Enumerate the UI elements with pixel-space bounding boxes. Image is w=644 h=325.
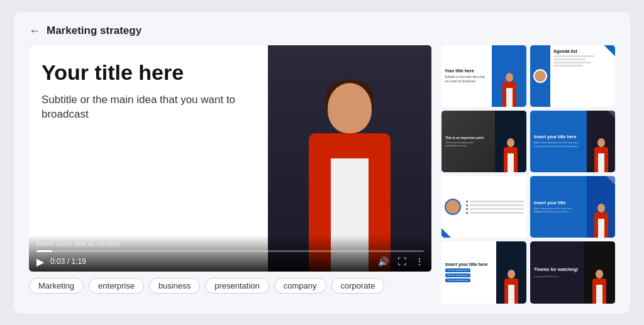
thumb-2-line3 <box>553 62 591 63</box>
tag-enterprise[interactable]: enterprise <box>89 278 144 294</box>
thumb-5-bullet-4 <box>466 212 524 214</box>
thumb-5-bullet-1 <box>466 201 524 202</box>
volume-icon[interactable]: 🔊 <box>378 256 389 267</box>
thumb-7-presenter <box>504 270 518 304</box>
bullet-line-3 <box>470 208 524 210</box>
thumb-7-presenter-area <box>496 241 526 303</box>
controls-right: 🔊 ⛶ ⋮ <box>378 256 424 267</box>
progress-bar-container[interactable] <box>36 250 424 252</box>
thumb-2-line2 <box>553 58 586 60</box>
thumb-8-presenter-area <box>584 241 615 303</box>
progress-bar-fill <box>36 250 52 252</box>
thumb-1-sub: Subtitle or the main idea that you want … <box>445 75 489 83</box>
mini-shirt-8 <box>596 285 602 304</box>
mini-head-7 <box>508 270 515 278</box>
mini-head-6 <box>597 204 605 212</box>
thumb-7-badge-2: This is an important point <box>445 273 470 277</box>
thumb-1-title: Your title here <box>445 69 489 74</box>
thumb-2-title: Agenda list <box>553 49 612 53</box>
thumb-8-sub: www.yourwebsite.com <box>534 275 580 278</box>
thumb-3-text: This is an important pointadditional tex… <box>445 141 491 147</box>
thumbnail-4[interactable]: Insert your title here Add a short descr… <box>530 111 615 172</box>
bullet-dot-1 <box>466 201 468 202</box>
thumbnail-2[interactable]: Agenda list <box>530 45 615 107</box>
bullet-line-2 <box>470 204 524 206</box>
thumb-4-text: Add a short description of the topic her… <box>534 141 583 148</box>
mini-body-4 <box>594 147 608 172</box>
thumb-3-label: This is an important point <box>445 136 491 140</box>
tag-presentation[interactable]: presentation <box>205 278 269 294</box>
mini-head-3 <box>507 138 514 147</box>
thumbnails-grid: Your title here Subtitle or the main ide… <box>441 45 615 304</box>
thumb-6-content: Insert your title Add a description of t… <box>530 176 587 238</box>
thumb-5-corner <box>441 228 451 238</box>
mini-shirt-6 <box>598 219 604 238</box>
video-player[interactable]: Your title here Subtitle or the main ide… <box>29 45 431 272</box>
thumb-3-presenter <box>504 138 518 172</box>
bullet-dot-2 <box>466 204 468 206</box>
video-caption: Insert some text as needed <box>36 240 424 248</box>
video-controls: Insert some text as needed ▶ 0:03 / 1:19… <box>29 235 431 272</box>
thumb-2-line1 <box>553 55 594 57</box>
fullscreen-icon[interactable]: ⛶ <box>397 256 406 267</box>
thumb-7-inner: Insert your title here This is an import… <box>441 241 526 303</box>
header: ← Marketing strategy <box>29 25 615 38</box>
thumb-6-corner <box>606 176 615 185</box>
mini-head-4 <box>597 138 605 147</box>
thumb-4-presenter <box>594 138 608 172</box>
time-display: 0:03 / 1:19 <box>50 257 86 266</box>
thumb-5-right <box>464 176 526 238</box>
tag-business[interactable]: business <box>149 278 200 294</box>
mini-body-3 <box>504 147 518 172</box>
thumb-3-presenter-area <box>495 111 526 172</box>
thumb-2-left <box>530 45 550 107</box>
thumb-2-avatar <box>533 69 547 83</box>
play-button[interactable]: ▶ <box>36 256 44 268</box>
thumb-5-bullet-3 <box>466 208 524 210</box>
thumb-6-presenter-area <box>587 176 615 238</box>
bullet-line-4 <box>470 212 524 214</box>
thumb-7-badge-1: This is an important point <box>445 268 470 272</box>
thumb-7-badges: This is an important point This is an im… <box>445 268 492 282</box>
thumbnail-7[interactable]: Insert your title here This is an import… <box>441 241 526 303</box>
mini-shirt-4 <box>598 153 604 172</box>
thumb-4-content: Insert your title here Add a short descr… <box>530 111 587 172</box>
content-area: Your title here Subtitle or the main ide… <box>29 45 615 304</box>
more-options-icon[interactable]: ⋮ <box>415 256 424 267</box>
thumb-8-presenter <box>592 270 606 304</box>
mini-body-8 <box>592 278 606 304</box>
thumb-6-presenter <box>594 204 608 238</box>
page-title: Marketing strategy <box>47 25 142 37</box>
thumbnail-8[interactable]: Thanks for watching! www.yourwebsite.com <box>530 241 615 303</box>
thumb-8-title: Thanks for watching! <box>534 267 580 272</box>
thumbnail-5[interactable] <box>441 176 526 238</box>
thumb-5-bullet-2 <box>466 204 524 206</box>
thumbnail-3[interactable]: This is an important point This is an im… <box>441 111 526 172</box>
thumbnail-1[interactable]: Your title here Subtitle or the main ide… <box>441 45 526 107</box>
tag-marketing[interactable]: Marketing <box>29 278 84 294</box>
main-container: ← Marketing strategy Your title here Sub… <box>14 12 630 314</box>
thumb-3-overlay: This is an important point This is an im… <box>441 111 526 172</box>
tag-corporate[interactable]: corporate <box>331 278 385 294</box>
thumb-5-avatar <box>445 199 461 215</box>
tag-company[interactable]: company <box>274 278 326 294</box>
thumb-2-line4 <box>553 65 583 67</box>
thumb-7-title: Insert your title here <box>445 262 492 267</box>
mini-shirt <box>506 88 513 107</box>
mini-shirt-3 <box>508 153 514 172</box>
bullet-line-1 <box>470 201 524 202</box>
thumbnail-6[interactable]: Insert your title Add a description of t… <box>530 176 615 238</box>
tags-row: Marketing enterprise business presentati… <box>29 278 431 294</box>
bullet-dot-3 <box>466 208 468 210</box>
thumb-3-content: This is an important point This is an im… <box>441 111 495 172</box>
presenter-head <box>328 83 372 133</box>
thumb-7-content: Insert your title here This is an import… <box>441 241 496 303</box>
thumb-6-text: Add a description of the topic here. Add… <box>534 207 583 214</box>
thumb-1-presenter <box>502 73 516 107</box>
thumb-7-badge-3: This is an important point <box>445 278 470 282</box>
back-button[interactable]: ← <box>29 25 40 38</box>
thumb-6-title: Insert your title <box>534 201 583 205</box>
thumb-1-right <box>492 45 526 107</box>
video-section: Your title here Subtitle or the main ide… <box>29 45 431 304</box>
mini-head <box>506 73 513 82</box>
